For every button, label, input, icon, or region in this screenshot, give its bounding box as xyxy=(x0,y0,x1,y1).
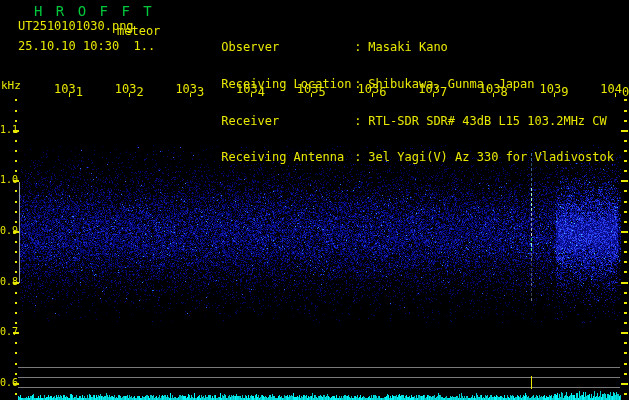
info-value: Shibukawa, Gunma, Japan xyxy=(368,77,534,91)
info-value: Masaki Kano xyxy=(368,40,447,54)
info-separator: : xyxy=(354,115,368,127)
info-value: RTL-SDR SDR# 43dB L15 103.2MHz CW xyxy=(368,114,606,128)
hrofft-window: H R O F F T UT2510101030.png meteor 25.1… xyxy=(0,0,629,400)
observation-name: meteor xyxy=(117,25,160,37)
time-axis-label: 1039 xyxy=(540,83,570,95)
timestamp: 25.10.10 10:30 1.. xyxy=(18,40,155,52)
info-separator: : xyxy=(354,151,368,163)
time-axis-label: 1033 xyxy=(175,83,205,95)
time-axis-label: 1031 xyxy=(54,83,84,95)
info-row-antenna: Receiving Antenna:3el Yagi(V) Az 330 for… xyxy=(178,139,614,152)
info-row-location: Receiving Location:Shibukawa, Gunma, Jap… xyxy=(178,66,614,79)
time-axis-label: 1040 xyxy=(600,83,629,95)
time-axis-label: 1036 xyxy=(358,83,388,95)
time-axis-label: 1035 xyxy=(297,83,327,95)
info-row-observer: Observer:Masaki Kano xyxy=(178,29,614,42)
freq-axis-label: 0.9 xyxy=(0,226,15,236)
freq-axis-label: 1.1 xyxy=(0,125,15,135)
freq-axis-label: 1.0 xyxy=(0,175,15,185)
info-row-receiver: Receiver:RTL-SDR SDR# 43dB L15 103.2MHz … xyxy=(178,103,614,116)
time-axis-label: 1034 xyxy=(236,83,266,95)
freq-axis-label: 0.7 xyxy=(0,327,15,337)
info-value: 3el Yagi(V) Az 330 for Vladivostok xyxy=(368,150,614,164)
info-label: Receiver xyxy=(221,115,354,127)
info-label: Observer xyxy=(221,41,354,53)
app-title: H R O F F T xyxy=(34,4,154,18)
y-axis-unit: kHz xyxy=(1,80,21,91)
time-axis-label: 1032 xyxy=(115,83,145,95)
info-label: Receiving Antenna xyxy=(221,151,354,163)
freq-axis-label: 0.6 xyxy=(0,378,15,388)
time-axis-label: 1037 xyxy=(418,83,448,95)
freq-axis-label: 0.8 xyxy=(0,277,15,287)
info-separator: : xyxy=(354,41,368,53)
time-axis-label: 1038 xyxy=(479,83,509,95)
